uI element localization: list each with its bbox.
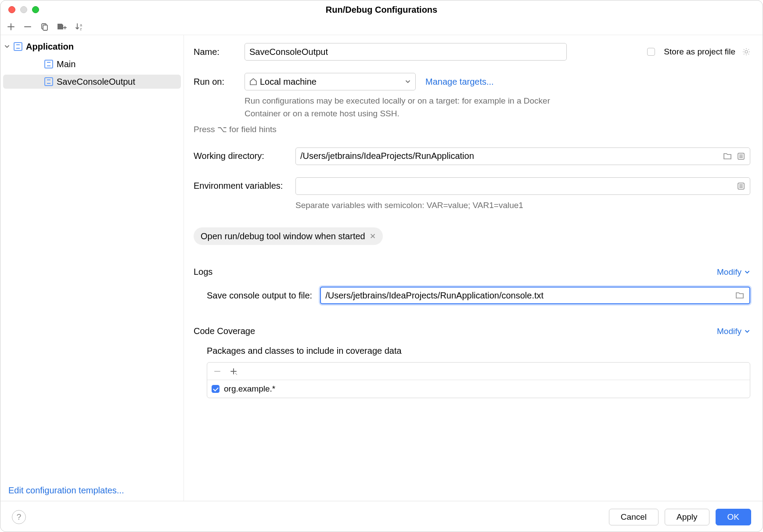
- tree-root-label: Application: [26, 42, 74, 52]
- name-label: Name:: [194, 47, 245, 57]
- coverage-table: org.example.*: [207, 362, 750, 398]
- working-dir-input[interactable]: [295, 147, 750, 165]
- tree-item-label: SaveConsoleOutput: [57, 77, 135, 87]
- chip-label: Open run/debug tool window when started: [201, 231, 365, 241]
- name-input[interactable]: [245, 43, 567, 61]
- titlebar: Run/Debug Configurations: [0, 0, 763, 19]
- sort-config-icon[interactable]: az: [75, 22, 85, 31]
- save-template-icon[interactable]: [57, 22, 67, 31]
- list-icon[interactable]: [737, 152, 745, 160]
- tree-item-saveconsoleoutput[interactable]: SaveConsoleOutput: [3, 75, 181, 89]
- coverage-row[interactable]: org.example.*: [207, 380, 750, 398]
- run-on-label: Run on:: [194, 77, 245, 87]
- chevron-down-icon: [405, 79, 411, 85]
- run-on-value: Local machine: [260, 77, 317, 87]
- list-icon[interactable]: [737, 182, 745, 190]
- svg-rect-1: [43, 25, 47, 30]
- config-form: Name: Store as project file Run on: Loca…: [184, 35, 763, 501]
- coverage-row-label: org.example.*: [224, 384, 275, 394]
- svg-text:z: z: [80, 27, 82, 31]
- gear-icon[interactable]: [742, 48, 750, 56]
- logs-modify-link[interactable]: Modify: [717, 267, 750, 277]
- field-hints-help: Press ⌥ for field hints: [194, 123, 750, 136]
- dialog-footer: ? Cancel Apply OK: [0, 501, 763, 532]
- coverage-modify-link[interactable]: Modify: [717, 327, 750, 336]
- store-label: Store as project file: [664, 47, 735, 57]
- help-button[interactable]: ?: [12, 510, 26, 524]
- store-as-project-file[interactable]: Store as project file: [647, 47, 750, 57]
- ok-button[interactable]: OK: [716, 509, 751, 525]
- window-title: Run/Debug Configurations: [0, 5, 763, 15]
- coverage-row-checkbox[interactable]: [212, 385, 220, 393]
- env-help: Separate variables with semicolon: VAR=v…: [295, 199, 750, 212]
- option-chip-open-tool-window[interactable]: Open run/debug tool window when started …: [194, 227, 383, 245]
- svg-point-4: [745, 50, 748, 53]
- working-dir-label: Working directory:: [194, 151, 295, 161]
- application-type-icon: [44, 60, 53, 68]
- add-coverage-icon[interactable]: [229, 367, 238, 376]
- chevron-down-icon[interactable]: [0, 43, 14, 50]
- coverage-subtitle: Packages and classes to include in cover…: [207, 346, 750, 356]
- run-on-help: Run configurations may be executed local…: [245, 95, 561, 120]
- run-on-select[interactable]: Local machine: [245, 73, 416, 90]
- close-icon[interactable]: ✕: [370, 232, 376, 241]
- application-type-icon: [14, 42, 22, 51]
- cancel-button[interactable]: Cancel: [609, 509, 659, 525]
- copy-config-icon[interactable]: [40, 22, 49, 31]
- home-icon: [249, 78, 257, 86]
- remove-coverage-icon[interactable]: [213, 367, 221, 375]
- remove-config-icon[interactable]: [23, 22, 32, 31]
- edit-templates-link[interactable]: Edit configuration templates...: [8, 485, 124, 496]
- env-label: Environment variables:: [194, 181, 295, 191]
- add-config-icon[interactable]: [7, 22, 15, 31]
- apply-button[interactable]: Apply: [665, 509, 709, 525]
- folder-icon[interactable]: [735, 291, 744, 299]
- config-tree: Application Main SaveConsoleOutput Edit …: [0, 35, 184, 501]
- tree-item-main[interactable]: Main: [0, 57, 184, 71]
- logs-section-title: Logs: [194, 267, 212, 277]
- tree-root-application[interactable]: Application: [0, 40, 184, 54]
- store-checkbox[interactable]: [647, 48, 655, 56]
- folder-icon[interactable]: [723, 152, 732, 160]
- coverage-section-title: Code Coverage: [194, 326, 255, 336]
- application-type-icon: [44, 77, 53, 86]
- tree-item-label: Main: [57, 59, 76, 69]
- manage-targets-link[interactable]: Manage targets...: [425, 77, 494, 87]
- save-console-label: Save console output to file:: [207, 291, 312, 301]
- env-input[interactable]: [295, 177, 750, 195]
- save-console-input[interactable]: [320, 287, 750, 304]
- config-toolbar: az: [0, 19, 763, 35]
